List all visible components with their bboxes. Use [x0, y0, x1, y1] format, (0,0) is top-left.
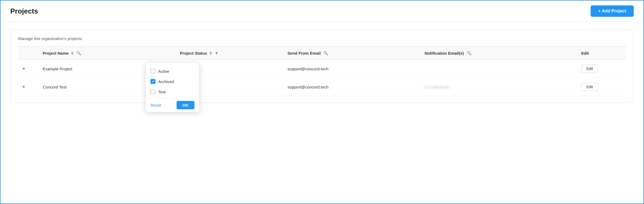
row2-expand-cell: + — [18, 78, 38, 96]
status-filter-dropdown: Active Archived Test Reset — [145, 62, 200, 112]
filter-ok-button[interactable]: OK — [177, 101, 195, 109]
add-project-button[interactable]: + Add Project — [591, 5, 634, 17]
row2-edit-button[interactable]: Edit — [581, 83, 598, 91]
dropdown-label-test: Test — [158, 90, 166, 94]
card-description: Manage this organization's projects. — [18, 36, 626, 41]
table-header-row: Project Name 🔍 Proj — [18, 47, 626, 60]
sort-up-icon — [71, 51, 74, 53]
page-title: Projects — [10, 7, 38, 15]
dropdown-item-test[interactable]: Test — [146, 87, 199, 97]
sort-status-down-icon — [209, 53, 212, 55]
sort-project-name[interactable] — [71, 51, 74, 55]
checkbox-archived[interactable] — [151, 79, 155, 84]
row1-send-email-cell: support@concord.tech — [283, 60, 420, 78]
projects-card: Manage this organization's projects. Pro… — [10, 29, 634, 103]
table-row: + Example Project TEST support@concord.t… — [18, 60, 626, 78]
checkbox-test[interactable] — [151, 89, 155, 94]
row2-edit-cell: Edit — [577, 78, 626, 96]
row2-send-email-cell: support@concord.tech — [283, 78, 420, 96]
th-edit: Edit — [577, 47, 626, 60]
dropdown-label-active: Active — [158, 69, 169, 74]
row1-edit-cell: Edit — [577, 60, 626, 78]
row1-expand-button[interactable]: + — [22, 66, 25, 71]
checkbox-active[interactable] — [151, 69, 155, 74]
th-send-from-email: Send From Email 🔍 — [283, 47, 420, 60]
dropdown-item-archived[interactable]: Archived — [146, 76, 199, 87]
projects-table: Project Name 🔍 Proj — [18, 46, 626, 96]
filter-project-status-button[interactable]: ▼ — [214, 50, 219, 56]
dropdown-footer: Reset OK — [146, 98, 199, 112]
search-project-name-button[interactable]: 🔍 — [76, 50, 82, 56]
row2-notif-email-cell: ••• •• ••••• ••• •••• — [420, 78, 577, 96]
dropdown-item-active[interactable]: Active — [146, 66, 199, 76]
page-header: Projects + Add Project — [1, 1, 643, 22]
row1-expand-cell: + — [18, 60, 38, 78]
row1-notif-email-cell — [420, 60, 577, 78]
th-notification-emails: Notification Email(s) 🔍 — [420, 47, 577, 60]
search-send-email-button[interactable]: 🔍 — [323, 50, 328, 56]
th-expand — [18, 47, 38, 60]
row2-expand-button[interactable]: + — [22, 84, 25, 89]
row1-edit-button[interactable]: Edit — [581, 65, 598, 73]
search-notif-email-button[interactable]: 🔍 — [466, 50, 472, 56]
th-project-status: Project Status ▼ — [175, 47, 283, 60]
sort-status-up-icon — [209, 51, 212, 53]
dropdown-label-archived: Archived — [158, 79, 174, 84]
content-area: Manage this organization's projects. Pro… — [1, 22, 643, 110]
th-project-name: Project Name 🔍 — [38, 47, 175, 60]
table-wrapper: Project Name 🔍 Proj — [18, 46, 626, 96]
sort-project-status[interactable] — [209, 51, 212, 55]
sort-down-icon — [71, 53, 74, 55]
filter-reset-button[interactable]: Reset — [151, 103, 161, 107]
row2-notif-email-value: ••• •• ••••• ••• •••• — [425, 85, 450, 89]
table-row: + Concord Test TEST support@concord.tech — [18, 78, 626, 96]
